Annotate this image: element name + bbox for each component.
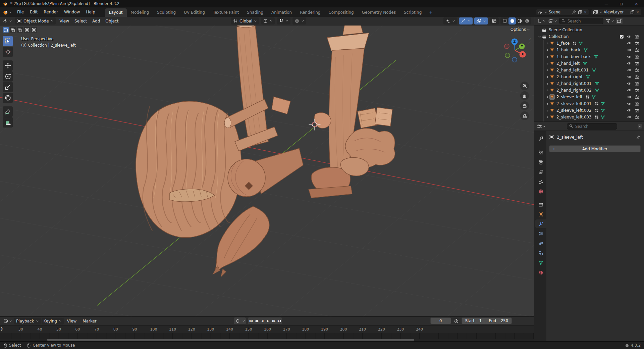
viewport-menu-select[interactable]: Select [72, 18, 90, 24]
camera-view-button[interactable] [520, 101, 529, 110]
outliner-item-2_hand_left[interactable]: 2_hand_left [534, 60, 644, 67]
select-box-tool-button[interactable] [3, 36, 13, 46]
properties-tab-data[interactable] [535, 258, 546, 267]
auto-keying-button[interactable] [234, 317, 241, 324]
scale-tool-button[interactable] [3, 82, 13, 92]
hide-viewport-eye-icon[interactable] [627, 34, 632, 39]
properties-tab-collection[interactable] [535, 200, 546, 209]
properties-tab-scene[interactable] [535, 177, 546, 186]
hide-viewport-eye-icon[interactable] [627, 101, 632, 106]
collection-checkbox[interactable] [620, 35, 624, 39]
outliner-item-2_sleeve_left.001[interactable]: 2_sleeve_left.001 [534, 100, 644, 107]
disable-render-camera-icon[interactable] [635, 81, 639, 86]
hide-viewport-eye-icon[interactable] [627, 61, 632, 66]
disable-render-camera-icon[interactable] [635, 108, 639, 113]
object-name[interactable]: 2_hand_left.001 [556, 68, 589, 72]
disable-render-camera-icon[interactable] [635, 68, 639, 72]
chevron-right-icon[interactable] [545, 42, 550, 45]
outliner-item-2_hand_right[interactable]: 2_hand_right [534, 73, 644, 80]
properties-tab-output[interactable] [535, 158, 546, 166]
gizmo-neg-x-axis[interactable] [504, 44, 509, 49]
properties-search[interactable] [567, 123, 617, 130]
shading-solid-button[interactable] [508, 17, 516, 24]
hide-viewport-eye-icon[interactable] [627, 88, 632, 93]
outliner-display-mode-dropdown[interactable] [536, 18, 546, 23]
measure-tool-button[interactable] [3, 117, 13, 128]
chevron-right-icon[interactable] [545, 62, 550, 65]
disable-render-camera-icon[interactable] [635, 54, 639, 59]
model-boot-sole[interactable] [309, 186, 352, 198]
jump-start-button[interactable]: ▮◀ [248, 317, 254, 324]
workspace-tab-modeling[interactable]: Modeling [127, 8, 153, 17]
play-forward-button[interactable]: ▶ [265, 317, 271, 324]
properties-tab-object[interactable] [535, 210, 546, 218]
scene-selector[interactable]: Scene × [536, 9, 589, 15]
disable-render-camera-icon[interactable] [635, 34, 639, 39]
properties-tab-world[interactable] [535, 187, 546, 196]
workspace-tab-layout[interactable]: Layout [105, 8, 127, 17]
timeline-menu-marker[interactable]: Marker [80, 318, 99, 325]
shading-material-button[interactable] [516, 17, 523, 24]
properties-tab-render[interactable] [535, 148, 546, 157]
auto-keying-dropdown[interactable] [241, 317, 246, 324]
workspace-tab-shading[interactable]: Shading [243, 8, 267, 17]
new-collection-button[interactable] [616, 18, 623, 24]
outliner-item-2_hand_left.001[interactable]: 2_hand_left.001 [534, 67, 644, 73]
transform-tool-button[interactable] [3, 93, 13, 103]
properties-tab-physics[interactable] [535, 239, 546, 248]
collapse-region-icon[interactable]: ‹ [529, 37, 531, 42]
snap-dropdown[interactable] [277, 17, 290, 24]
editor-type-icon[interactable] [3, 18, 8, 23]
properties-tab-material[interactable] [535, 268, 546, 277]
outliner-row[interactable]: Scene Collection [534, 27, 644, 33]
workspace-tab-scripting[interactable]: Scripting [400, 8, 426, 17]
disable-render-camera-icon[interactable] [635, 115, 639, 119]
options-dropdown[interactable]: Options [511, 27, 530, 32]
playhead-indicator[interactable]: ❯ [0, 327, 3, 331]
current-frame-field[interactable]: 0 [430, 317, 451, 324]
select-mode-extend-button[interactable] [10, 27, 16, 33]
remove-view-layer-icon[interactable]: × [636, 10, 639, 14]
navigation-gizmo[interactable]: ZYX [501, 37, 530, 65]
object-name[interactable]: 2_sleeve_left [556, 95, 583, 99]
use-preview-range-button[interactable] [453, 318, 460, 324]
frame-end-field[interactable]: End 250 [485, 318, 512, 324]
zoom-view-button[interactable] [520, 82, 529, 90]
properties-options-dropdown[interactable] [638, 124, 642, 129]
chevron-right-icon[interactable] [545, 82, 550, 85]
workspace-tab-geometry-nodes[interactable]: Geometry Nodes [358, 8, 400, 17]
close-button[interactable]: × [629, 0, 644, 7]
hide-viewport-eye-icon[interactable] [627, 74, 632, 79]
xray-toggle[interactable] [490, 17, 499, 24]
object-name[interactable]: 1_face [556, 41, 570, 46]
chevron-right-icon[interactable] [545, 69, 550, 72]
move-tool-button[interactable] [3, 60, 13, 71]
outliner-item-2_sleeve_left[interactable]: 2_sleeve_left [534, 94, 644, 100]
menu-window[interactable]: Window [61, 9, 83, 15]
outliner-item-1_hair_bow_back[interactable]: 1_hair_bow_back [534, 53, 644, 60]
chevron-right-icon[interactable] [545, 49, 550, 52]
hide-viewport-eye-icon[interactable] [627, 48, 632, 52]
properties-tab-tool[interactable] [535, 134, 546, 143]
perspective-toggle-button[interactable] [520, 111, 529, 120]
timeline-scrollbar[interactable] [47, 339, 414, 341]
timeline-editor-type-dropdown[interactable] [3, 318, 13, 323]
new-scene-icon[interactable] [578, 10, 582, 14]
jump-end-button[interactable]: ▶▮ [276, 317, 282, 324]
workspace-tab-sculpting[interactable]: Sculpting [153, 8, 180, 17]
chevron-right-icon[interactable] [545, 102, 550, 105]
workspace-tab-compositing[interactable]: Compositing [324, 8, 358, 17]
object-name[interactable]: 2_sleeve_left.001 [556, 101, 592, 106]
properties-editor-type-dropdown[interactable] [536, 124, 546, 129]
proportional-edit-dropdown[interactable] [292, 17, 306, 24]
chevron-down-icon[interactable] [537, 35, 542, 38]
timeline-tick-strip[interactable] [0, 333, 534, 339]
blender-app-menu[interactable] [0, 7, 14, 17]
timeline-menu-playback[interactable]: Playback [14, 318, 41, 325]
outliner-filter-id-dropdown[interactable] [548, 18, 558, 23]
minimize-button[interactable]: — [599, 0, 614, 7]
menu-file[interactable]: File [14, 9, 27, 15]
hide-viewport-eye-icon[interactable] [627, 68, 632, 72]
unlink-scene-icon[interactable]: × [584, 10, 587, 14]
disable-render-camera-icon[interactable] [635, 95, 639, 99]
